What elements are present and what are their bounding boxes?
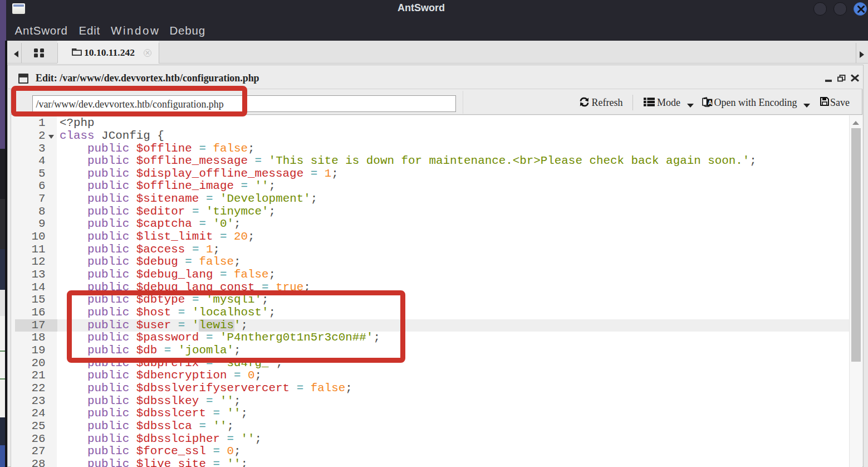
- svg-text:A: A: [708, 99, 712, 106]
